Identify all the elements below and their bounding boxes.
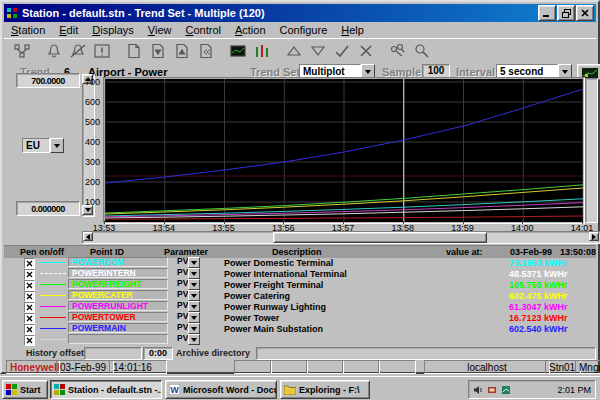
volume-icon[interactable] bbox=[473, 385, 483, 395]
point-description: Power Domestic Terminal bbox=[224, 258, 333, 268]
pen-table-row: POWERCATER PV Power Catering 602.475 kWH… bbox=[4, 290, 598, 301]
pen-color-swatch bbox=[40, 306, 66, 307]
start-button[interactable]: Start bbox=[2, 380, 48, 399]
point-id-field[interactable]: POWERTOWER bbox=[68, 312, 168, 322]
chevron-down-icon[interactable] bbox=[188, 301, 200, 312]
eu-select[interactable]: EU bbox=[22, 138, 64, 153]
status-empty-cell bbox=[378, 360, 416, 374]
point-id-field[interactable]: POWERRUNLIGHT bbox=[68, 301, 168, 311]
x-tick bbox=[283, 221, 284, 224]
restore-button[interactable] bbox=[557, 5, 575, 21]
taskbar-task-2[interactable]: WMicrosoft Word - Document1 bbox=[165, 380, 277, 399]
pen-color-swatch bbox=[40, 273, 66, 274]
scroll-right-button[interactable] bbox=[589, 232, 599, 241]
check-x-icon bbox=[26, 282, 33, 289]
pen-checkbox[interactable] bbox=[24, 335, 35, 346]
page-button[interactable] bbox=[122, 41, 146, 61]
status-role: Mngr bbox=[575, 360, 600, 374]
menu-displays[interactable]: Displays bbox=[85, 23, 141, 37]
status-host: localhost bbox=[424, 360, 550, 374]
mini-trend-icon bbox=[582, 68, 598, 78]
taskbar-task-3[interactable]: Exploring - F:\ bbox=[280, 380, 370, 399]
toolbar-separator bbox=[114, 41, 122, 61]
x-tick bbox=[164, 221, 165, 224]
menu-edit[interactable]: Edit bbox=[52, 23, 85, 37]
pen-table-row: POWERDOM PV Power Domestic Terminal 73.1… bbox=[4, 257, 598, 268]
chevron-down-icon[interactable] bbox=[188, 268, 200, 279]
pen-color-swatch bbox=[40, 262, 66, 263]
menu-control[interactable]: Control bbox=[178, 23, 227, 37]
page-back-button[interactable] bbox=[194, 41, 218, 61]
page-up-button[interactable] bbox=[170, 41, 194, 61]
time-scrollbar[interactable] bbox=[82, 231, 600, 244]
plot-right-scrollbar[interactable] bbox=[585, 78, 598, 223]
scroll-left-button[interactable] bbox=[83, 232, 93, 241]
alarm-message-icon bbox=[93, 43, 111, 59]
menu-station[interactable]: Station bbox=[4, 23, 52, 37]
point-id-field[interactable]: POWERDOM bbox=[68, 257, 168, 267]
menu-action[interactable]: Action bbox=[228, 23, 273, 37]
y-tick-label: 700 bbox=[76, 77, 100, 87]
console-icon bbox=[229, 43, 247, 59]
console-button[interactable] bbox=[226, 41, 250, 61]
alarm-message-button[interactable] bbox=[90, 41, 114, 61]
status-date: 03-Feb-99 bbox=[56, 360, 114, 374]
close-button[interactable] bbox=[576, 5, 594, 21]
system-tray: 2:01 PM bbox=[468, 380, 596, 399]
chevron-down-icon[interactable] bbox=[188, 290, 200, 301]
lower-button[interactable] bbox=[306, 41, 330, 61]
scale-max-field[interactable]: 700.0000 bbox=[16, 73, 80, 88]
station-network-button[interactable] bbox=[10, 41, 34, 61]
pen-table-row: POWERTOWER PV Power Tower 16.7123 kWHr bbox=[4, 312, 598, 323]
taskbar: Start Station - default.stn -...WMicroso… bbox=[0, 376, 600, 400]
svg-text:W: W bbox=[170, 385, 179, 395]
chevron-down-icon[interactable] bbox=[188, 257, 200, 268]
menu-view[interactable]: View bbox=[141, 23, 179, 37]
pen-table-row: POWERINTERN PV Power International Termi… bbox=[4, 268, 598, 279]
menu-help[interactable]: Help bbox=[334, 23, 371, 37]
chevron-down-icon[interactable] bbox=[188, 323, 200, 334]
history-offset-label: History offset bbox=[26, 348, 84, 358]
page-down-button[interactable] bbox=[146, 41, 170, 61]
point-id-field[interactable] bbox=[68, 334, 168, 344]
pen-color-swatch bbox=[40, 339, 66, 340]
point-value: 602.475 kWHr bbox=[509, 291, 568, 301]
lower-icon bbox=[309, 43, 327, 59]
history-row: History offset 0:00 Archive directory bbox=[4, 346, 598, 360]
alarm-silence-button[interactable] bbox=[66, 41, 90, 61]
x-tick bbox=[522, 221, 523, 224]
menu-bar: StationEditDisplaysViewControlActionConf… bbox=[4, 22, 596, 37]
accept-button[interactable] bbox=[330, 41, 354, 61]
connect-button[interactable] bbox=[386, 41, 410, 61]
chevron-down-icon[interactable] bbox=[50, 138, 64, 153]
minimize-button[interactable] bbox=[538, 5, 556, 21]
cancel-button[interactable] bbox=[354, 41, 378, 61]
chevron-down-icon[interactable] bbox=[188, 279, 200, 290]
chevron-down-icon[interactable] bbox=[188, 312, 200, 323]
point-id-field[interactable]: POWERINTERN bbox=[68, 268, 168, 278]
toolbar-separator bbox=[218, 41, 226, 61]
chevron-down-icon[interactable] bbox=[188, 334, 200, 345]
point-id-field[interactable]: POWERFREIGHT bbox=[68, 279, 168, 289]
raise-button[interactable] bbox=[282, 41, 306, 61]
alarm-bell-button[interactable] bbox=[42, 41, 66, 61]
trend-bars-button[interactable] bbox=[250, 41, 274, 61]
status-empty-cell bbox=[270, 360, 308, 374]
page-icon bbox=[125, 43, 143, 59]
trend-plot[interactable] bbox=[103, 77, 585, 224]
scrollbar-thumb[interactable] bbox=[273, 232, 487, 243]
task-label: Station - default.stn -... bbox=[68, 385, 162, 395]
menu-configure[interactable]: Configure bbox=[273, 23, 335, 37]
page-back-icon bbox=[197, 43, 215, 59]
station-tray-icon[interactable] bbox=[501, 385, 511, 395]
parameter-select[interactable]: PV bbox=[174, 334, 218, 345]
taskbar-task-1[interactable]: Station - default.stn -... bbox=[50, 380, 162, 399]
task-label: Microsoft Word - Document1 bbox=[183, 385, 277, 395]
scale-min-field[interactable]: 0.000000 bbox=[16, 201, 80, 216]
y-tick-label: 300 bbox=[76, 157, 100, 167]
window-title: Station - default.stn - Trend Set - Mult… bbox=[22, 7, 537, 19]
point-id-field[interactable]: POWERMAIN bbox=[68, 323, 168, 333]
zoom-button[interactable] bbox=[410, 41, 434, 61]
point-id-field[interactable]: POWERCATER bbox=[68, 290, 168, 300]
alarm-tray-icon[interactable] bbox=[487, 385, 497, 395]
